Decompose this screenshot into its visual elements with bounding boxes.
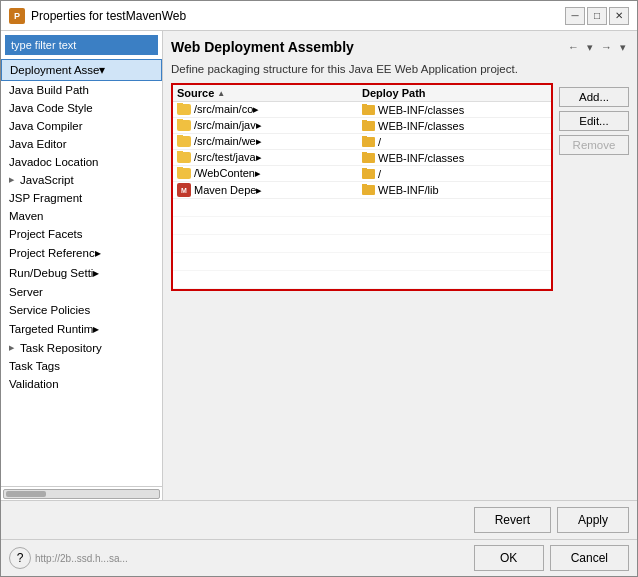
folder-icon bbox=[362, 153, 375, 163]
nav-item-compiler[interactable]: Java Compiler bbox=[1, 117, 162, 135]
nav-item-targeted-runtime[interactable]: Targeted Runtim▸ bbox=[1, 319, 162, 339]
maven-icon: M bbox=[177, 183, 191, 197]
table-row[interactable]: /src/main/jav▸ WEB-INF/classes bbox=[173, 118, 551, 134]
add-button[interactable]: Add... bbox=[559, 87, 629, 107]
table-row[interactable]: /src/test/java▸ WEB-INF/classes bbox=[173, 150, 551, 166]
side-buttons: Add... Edit... Remove bbox=[559, 83, 629, 291]
forward-dropdown-button[interactable]: ▾ bbox=[617, 40, 629, 55]
table-row[interactable]: M Maven Depe▸ WEB-INF/lib bbox=[173, 182, 551, 199]
table-header: Source ▲ Deploy Path bbox=[173, 85, 551, 102]
very-bottom-bar: ? http://2b..ssd.h...sa... OK Cancel bbox=[1, 539, 637, 576]
title-bar: P Properties for testMavenWeb ─ □ ✕ bbox=[1, 1, 637, 31]
nav-item-project-facets[interactable]: Project Facets bbox=[1, 225, 162, 243]
empty-row bbox=[173, 217, 551, 235]
forward-arrow-button[interactable]: → bbox=[598, 40, 615, 54]
nav-item-maven[interactable]: Maven bbox=[1, 207, 162, 225]
col-header-deploy[interactable]: Deploy Path bbox=[362, 87, 547, 99]
nav-item-service-policies[interactable]: Service Policies bbox=[1, 301, 162, 319]
folder-icon bbox=[177, 104, 191, 115]
col-header-source[interactable]: Source ▲ bbox=[177, 87, 362, 99]
url-text: http://2b..ssd.h...sa... bbox=[35, 553, 128, 564]
nav-item-code-style[interactable]: Java Code Style bbox=[1, 99, 162, 117]
back-arrow-button[interactable]: ← bbox=[565, 40, 582, 54]
dialog-icon: P bbox=[9, 8, 25, 24]
assembly-table: Source ▲ Deploy Path /src/main/co▸ bbox=[171, 83, 553, 291]
table-row[interactable]: /src/main/we▸ / bbox=[173, 134, 551, 150]
minimize-button[interactable]: ─ bbox=[565, 7, 585, 25]
folder-icon bbox=[362, 121, 375, 131]
nav-item-build-path[interactable]: Java Build Path bbox=[1, 81, 162, 99]
nav-item-validation[interactable]: Validation bbox=[1, 375, 162, 393]
folder-icon bbox=[177, 120, 191, 131]
nav-item-run-debug[interactable]: Run/Debug Setti▸ bbox=[1, 263, 162, 283]
table-rows: /src/main/co▸ WEB-INF/classes /src/ bbox=[173, 102, 551, 289]
nav-item-project-references[interactable]: Project Referenc▸ bbox=[1, 243, 162, 263]
nav-list: Deployment Asse▾ Java Build Path Java Co… bbox=[1, 59, 162, 486]
folder-icon bbox=[362, 185, 375, 195]
dialog-body: Deployment Asse▾ Java Build Path Java Co… bbox=[1, 31, 637, 500]
left-panel: Deployment Asse▾ Java Build Path Java Co… bbox=[1, 31, 163, 500]
dialog-title: Properties for testMavenWeb bbox=[31, 9, 186, 23]
table-row[interactable]: /src/main/co▸ WEB-INF/classes bbox=[173, 102, 551, 118]
folder-icon bbox=[177, 168, 191, 179]
scrollbar-thumb bbox=[6, 491, 46, 497]
empty-row bbox=[173, 199, 551, 217]
revert-button[interactable]: Revert bbox=[474, 507, 551, 533]
right-header: Web Deployment Assembly ← ▾ → ▾ bbox=[171, 39, 629, 55]
bottom-action-bar: Revert Apply bbox=[1, 500, 637, 539]
nav-item-deployment[interactable]: Deployment Asse▾ bbox=[1, 59, 162, 81]
folder-icon bbox=[177, 136, 191, 147]
empty-row bbox=[173, 271, 551, 289]
right-panel: Web Deployment Assembly ← ▾ → ▾ Define p… bbox=[163, 31, 637, 500]
maximize-button[interactable]: □ bbox=[587, 7, 607, 25]
nav-item-task-tags[interactable]: Task Tags bbox=[1, 357, 162, 375]
ok-button[interactable]: OK bbox=[474, 545, 544, 571]
apply-button[interactable]: Apply bbox=[557, 507, 629, 533]
folder-icon bbox=[362, 105, 375, 115]
panel-description: Define packaging structure for this Java… bbox=[171, 61, 629, 77]
remove-button[interactable]: Remove bbox=[559, 135, 629, 155]
edit-button[interactable]: Edit... bbox=[559, 111, 629, 131]
nav-item-jsp[interactable]: JSP Fragment bbox=[1, 189, 162, 207]
properties-dialog: P Properties for testMavenWeb ─ □ ✕ Depl… bbox=[0, 0, 638, 577]
table-row[interactable]: /WebConten▸ / bbox=[173, 166, 551, 182]
nav-item-editor[interactable]: Java Editor bbox=[1, 135, 162, 153]
panel-title: Web Deployment Assembly bbox=[171, 39, 354, 55]
folder-icon bbox=[362, 169, 375, 179]
nav-item-javadoc[interactable]: Javadoc Location bbox=[1, 153, 162, 171]
filter-input[interactable] bbox=[5, 35, 158, 55]
empty-row bbox=[173, 253, 551, 271]
nav-item-server[interactable]: Server bbox=[1, 283, 162, 301]
close-button[interactable]: ✕ bbox=[609, 7, 629, 25]
horizontal-scrollbar-area bbox=[1, 486, 162, 500]
sort-arrow-source: ▲ bbox=[217, 89, 225, 98]
cancel-button[interactable]: Cancel bbox=[550, 545, 629, 571]
folder-icon bbox=[177, 152, 191, 163]
back-dropdown-button[interactable]: ▾ bbox=[584, 40, 596, 55]
nav-item-task-repository[interactable]: Task Repository bbox=[1, 339, 162, 357]
folder-icon bbox=[362, 137, 375, 147]
horizontal-scrollbar[interactable] bbox=[3, 489, 160, 499]
help-button[interactable]: ? bbox=[9, 547, 31, 569]
nav-item-javascript[interactable]: JavaScript bbox=[1, 171, 162, 189]
empty-row bbox=[173, 235, 551, 253]
